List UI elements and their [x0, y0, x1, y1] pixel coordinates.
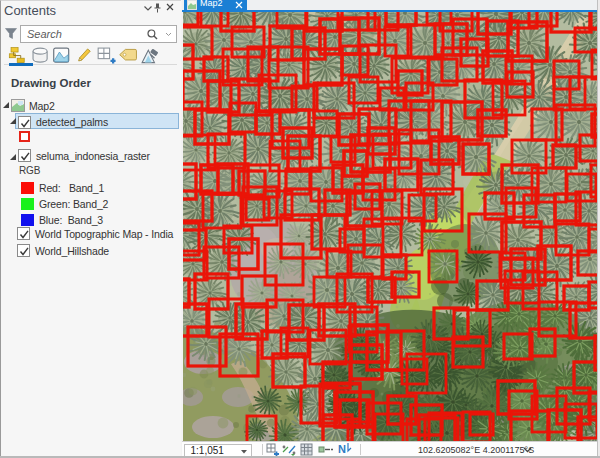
- svg-text:N: N: [338, 443, 346, 455]
